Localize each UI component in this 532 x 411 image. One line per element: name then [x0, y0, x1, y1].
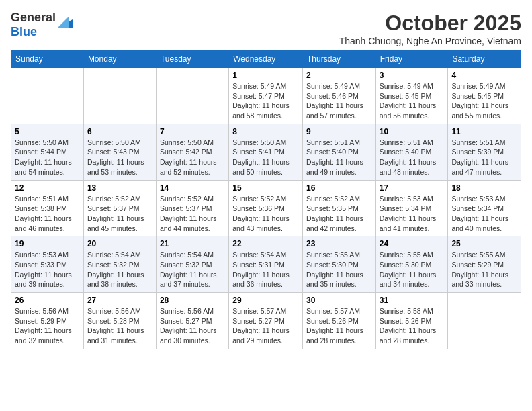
- calendar-cell: 10Sunrise: 5:51 AM Sunset: 5:40 PM Dayli…: [375, 124, 448, 180]
- day-number: 13: [87, 183, 152, 193]
- week-row-3: 12Sunrise: 5:51 AM Sunset: 5:38 PM Dayli…: [11, 180, 521, 236]
- day-number: 7: [160, 127, 225, 136]
- day-number: 3: [380, 71, 445, 80]
- calendar-cell: 24Sunrise: 5:55 AM Sunset: 5:30 PM Dayli…: [375, 236, 448, 293]
- logo-icon: [58, 15, 73, 28]
- calendar-cell: 3Sunrise: 5:49 AM Sunset: 5:45 PM Daylig…: [375, 68, 448, 124]
- day-number: 26: [15, 295, 80, 305]
- calendar-cell: 4Sunrise: 5:49 AM Sunset: 5:45 PM Daylig…: [448, 68, 521, 124]
- day-number: 19: [15, 239, 80, 248]
- day-info: Sunrise: 5:53 AM Sunset: 5:33 PM Dayligh…: [15, 250, 80, 289]
- calendar-cell: 9Sunrise: 5:51 AM Sunset: 5:40 PM Daylig…: [303, 124, 376, 180]
- calendar-table: SundayMondayTuesdayWednesdayThursdayFrid…: [11, 50, 521, 349]
- calendar-cell: 22Sunrise: 5:54 AM Sunset: 5:31 PM Dayli…: [229, 236, 303, 293]
- logo: General Blue: [11, 11, 73, 39]
- day-info: Sunrise: 5:51 AM Sunset: 5:38 PM Dayligh…: [15, 194, 80, 234]
- week-row-4: 19Sunrise: 5:53 AM Sunset: 5:33 PM Dayli…: [11, 236, 521, 293]
- calendar-cell: 30Sunrise: 5:57 AM Sunset: 5:26 PM Dayli…: [303, 293, 376, 349]
- day-info: Sunrise: 5:58 AM Sunset: 5:26 PM Dayligh…: [380, 306, 445, 346]
- calendar-cell: 5Sunrise: 5:50 AM Sunset: 5:44 PM Daylig…: [11, 124, 84, 180]
- day-info: Sunrise: 5:56 AM Sunset: 5:27 PM Dayligh…: [160, 306, 225, 346]
- day-number: 29: [232, 295, 299, 305]
- weekday-header-wednesday: Wednesday: [229, 51, 303, 68]
- calendar-cell: 29Sunrise: 5:57 AM Sunset: 5:27 PM Dayli…: [229, 293, 303, 349]
- calendar-cell: 17Sunrise: 5:53 AM Sunset: 5:34 PM Dayli…: [375, 180, 448, 236]
- day-info: Sunrise: 5:50 AM Sunset: 5:43 PM Dayligh…: [87, 138, 152, 177]
- calendar-cell: 21Sunrise: 5:54 AM Sunset: 5:32 PM Dayli…: [156, 236, 228, 293]
- logo-general: General: [11, 11, 56, 24]
- day-info: Sunrise: 5:49 AM Sunset: 5:46 PM Dayligh…: [306, 81, 372, 121]
- day-info: Sunrise: 5:51 AM Sunset: 5:40 PM Dayligh…: [306, 138, 372, 177]
- calendar-cell: 26Sunrise: 5:56 AM Sunset: 5:29 PM Dayli…: [11, 293, 84, 349]
- day-number: 31: [380, 295, 445, 305]
- day-info: Sunrise: 5:53 AM Sunset: 5:34 PM Dayligh…: [380, 194, 445, 234]
- week-row-5: 26Sunrise: 5:56 AM Sunset: 5:29 PM Dayli…: [11, 293, 521, 349]
- day-number: 10: [380, 127, 445, 136]
- calendar-cell: 18Sunrise: 5:53 AM Sunset: 5:34 PM Dayli…: [448, 180, 521, 236]
- day-number: 27: [87, 295, 152, 305]
- day-number: 1: [232, 71, 299, 80]
- day-info: Sunrise: 5:54 AM Sunset: 5:32 PM Dayligh…: [160, 250, 225, 289]
- calendar-cell: 25Sunrise: 5:55 AM Sunset: 5:29 PM Dayli…: [448, 236, 521, 293]
- day-number: 15: [232, 183, 299, 193]
- calendar-cell: 7Sunrise: 5:50 AM Sunset: 5:42 PM Daylig…: [156, 124, 228, 180]
- logo-text: General Blue: [11, 11, 56, 39]
- day-number: 6: [87, 127, 152, 136]
- day-number: 18: [451, 183, 517, 193]
- day-info: Sunrise: 5:52 AM Sunset: 5:37 PM Dayligh…: [87, 194, 152, 234]
- location-subtitle: Thanh Chuong, Nghe An Province, Vietnam: [339, 36, 521, 46]
- day-info: Sunrise: 5:54 AM Sunset: 5:31 PM Dayligh…: [232, 250, 299, 289]
- day-number: 21: [160, 239, 225, 248]
- calendar-cell: 6Sunrise: 5:50 AM Sunset: 5:43 PM Daylig…: [83, 124, 156, 180]
- day-info: Sunrise: 5:54 AM Sunset: 5:32 PM Dayligh…: [87, 250, 152, 289]
- day-info: Sunrise: 5:52 AM Sunset: 5:37 PM Dayligh…: [160, 194, 225, 234]
- day-number: 24: [380, 239, 445, 248]
- day-number: 22: [232, 239, 299, 248]
- day-number: 11: [451, 127, 517, 136]
- logo-blue: Blue: [11, 25, 37, 38]
- day-info: Sunrise: 5:55 AM Sunset: 5:30 PM Dayligh…: [380, 250, 445, 289]
- calendar-cell: 23Sunrise: 5:55 AM Sunset: 5:30 PM Dayli…: [303, 236, 376, 293]
- day-number: 2: [306, 71, 372, 80]
- calendar-cell: 2Sunrise: 5:49 AM Sunset: 5:46 PM Daylig…: [303, 68, 376, 124]
- calendar-cell: 13Sunrise: 5:52 AM Sunset: 5:37 PM Dayli…: [83, 180, 156, 236]
- weekday-header-thursday: Thursday: [303, 51, 376, 68]
- calendar-cell: 15Sunrise: 5:52 AM Sunset: 5:36 PM Dayli…: [229, 180, 303, 236]
- day-info: Sunrise: 5:56 AM Sunset: 5:28 PM Dayligh…: [87, 306, 152, 346]
- day-info: Sunrise: 5:57 AM Sunset: 5:27 PM Dayligh…: [232, 306, 299, 346]
- calendar-cell: 28Sunrise: 5:56 AM Sunset: 5:27 PM Dayli…: [156, 293, 228, 349]
- day-info: Sunrise: 5:51 AM Sunset: 5:39 PM Dayligh…: [451, 138, 517, 177]
- day-info: Sunrise: 5:53 AM Sunset: 5:34 PM Dayligh…: [451, 194, 517, 234]
- calendar-cell: 20Sunrise: 5:54 AM Sunset: 5:32 PM Dayli…: [83, 236, 156, 293]
- day-info: Sunrise: 5:52 AM Sunset: 5:35 PM Dayligh…: [306, 194, 372, 234]
- week-row-1: 1Sunrise: 5:49 AM Sunset: 5:47 PM Daylig…: [11, 68, 521, 124]
- weekday-header-monday: Monday: [83, 51, 156, 68]
- day-number: 14: [160, 183, 225, 193]
- weekday-header-sunday: Sunday: [11, 51, 84, 68]
- calendar-cell: 16Sunrise: 5:52 AM Sunset: 5:35 PM Dayli…: [303, 180, 376, 236]
- day-info: Sunrise: 5:49 AM Sunset: 5:47 PM Dayligh…: [232, 81, 299, 121]
- day-number: 28: [160, 295, 225, 305]
- day-info: Sunrise: 5:50 AM Sunset: 5:41 PM Dayligh…: [232, 138, 299, 177]
- calendar-cell: [156, 68, 228, 124]
- day-number: 17: [380, 183, 445, 193]
- day-number: 25: [451, 239, 517, 248]
- calendar-cell: 14Sunrise: 5:52 AM Sunset: 5:37 PM Dayli…: [156, 180, 228, 236]
- calendar-cell: [11, 68, 84, 124]
- weekday-header-row: SundayMondayTuesdayWednesdayThursdayFrid…: [11, 51, 521, 68]
- day-info: Sunrise: 5:52 AM Sunset: 5:36 PM Dayligh…: [232, 194, 299, 234]
- calendar-cell: [448, 293, 521, 349]
- weekday-header-saturday: Saturday: [448, 51, 521, 68]
- calendar-cell: 11Sunrise: 5:51 AM Sunset: 5:39 PM Dayli…: [448, 124, 521, 180]
- day-info: Sunrise: 5:50 AM Sunset: 5:44 PM Dayligh…: [15, 138, 80, 177]
- weekday-header-tuesday: Tuesday: [156, 51, 228, 68]
- day-number: 9: [306, 127, 372, 136]
- calendar-cell: 12Sunrise: 5:51 AM Sunset: 5:38 PM Dayli…: [11, 180, 84, 236]
- day-number: 30: [306, 295, 372, 305]
- day-number: 8: [232, 127, 299, 136]
- calendar-cell: [83, 68, 156, 124]
- day-info: Sunrise: 5:55 AM Sunset: 5:29 PM Dayligh…: [451, 250, 517, 289]
- day-info: Sunrise: 5:51 AM Sunset: 5:40 PM Dayligh…: [380, 138, 445, 177]
- calendar-cell: 31Sunrise: 5:58 AM Sunset: 5:26 PM Dayli…: [375, 293, 448, 349]
- day-info: Sunrise: 5:49 AM Sunset: 5:45 PM Dayligh…: [380, 81, 445, 121]
